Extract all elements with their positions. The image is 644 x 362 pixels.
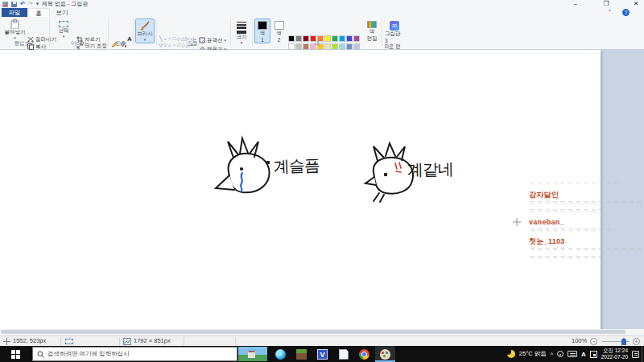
tab-home[interactable]: 홈 (27, 8, 50, 17)
chat-username: 첫눈_1103 (529, 237, 643, 246)
paste-button[interactable]: 붙여넣기 ▾ (3, 19, 27, 40)
paint-palette-icon (380, 349, 390, 360)
tools-group-label: 도구 (109, 40, 133, 47)
qat-dropdown-icon[interactable]: ▾ (36, 0, 39, 8)
color1-label: 색 (260, 30, 266, 37)
status-bar: 1552, 523px 1792 × 851px 100% − + (0, 335, 644, 346)
menu-tab-row: 파일 홈 보기 ⌃ ? (0, 8, 644, 17)
close-button[interactable]: ✕ (629, 0, 643, 8)
zoom-in-button[interactable]: + (633, 338, 640, 345)
clock-time: 오전 12:24 (603, 348, 628, 353)
doodle-dot (266, 161, 270, 164)
minecraft-icon (296, 349, 307, 360)
edit-colors-icon (367, 21, 377, 28)
drawing-canvas[interactable]: 계슬픔 계같네 (0, 50, 601, 329)
doodle-drawing: 계슬픔 계같네 (0, 50, 601, 329)
zoom-level: 100% (572, 336, 587, 346)
paint-window: ↶ ↷ ▾ 제목 없음 - 그림판 – ❐ ✕ 파일 홈 보기 ⌃ ? 붙여넣기… (0, 0, 644, 362)
ime-pad-icon[interactable] (590, 351, 597, 358)
status-divider (235, 337, 236, 346)
paint3d-button[interactable]: 3D 그림판 3 D로 편집 (384, 19, 405, 43)
taskbar-icon-chrome[interactable] (354, 346, 374, 362)
ribbon-collapse-icon[interactable]: ⌃ (607, 9, 612, 15)
brushes-caret-icon: ▾ (144, 38, 147, 41)
edit-colors-label1: 색 (369, 28, 375, 35)
group-divider (230, 19, 231, 46)
chat-username: 감자달인 (529, 190, 643, 200)
brush-icon (139, 20, 151, 31)
image-group-label: 이미지 (50, 40, 108, 47)
cursor-position-icon (3, 338, 10, 345)
chat-username: vaneban_ (529, 217, 643, 227)
windows-logo-icon (11, 350, 20, 359)
paint3d-icon: 3D (390, 21, 399, 31)
redo-icon[interactable]: ↷ (28, 0, 33, 8)
image-size: 1792 × 851px (134, 336, 171, 346)
tray-status-icon[interactable] (557, 351, 564, 357)
taskbar-icon-v-app[interactable]: V (312, 346, 332, 362)
system-tray: 25°C 맑음 ^ A 오전 12:24 2022-07-20 (507, 346, 639, 362)
taskbar-clock[interactable]: 오전 12:24 2022-07-20 (601, 348, 628, 360)
document-app-icon (339, 349, 349, 360)
color2-label: 색 (276, 30, 282, 37)
edge-icon (275, 349, 286, 360)
chat-laugh-line: ㅋㅋㅋㅋㅋㅋㅋㅋㅋㅋㅋㅋ (529, 180, 643, 188)
news-weather-widget[interactable] (238, 347, 267, 361)
paste-caret-icon: ▾ (14, 36, 16, 39)
tray-expand-icon[interactable]: ^ (551, 352, 553, 357)
zoom-out-button[interactable]: − (590, 338, 597, 345)
chat-overlay: ㅋㅋㅋㅋㅋㅋㅋㅋㅋㅋㅋㅋ감자달인ㅋㅋㅋㅋㅋㅋㅋㅋㅋㅋㅋㅋㅋㅋㅋㅋㅋㅋㅋㅋㅋㅋㅋㅋ… (529, 180, 643, 262)
chat-laugh-line: ㅋㅋㅋㅋㅋㅋㅋㅋㅋㅋㅋㅋㅋㅋㅋㅋㅋ (529, 200, 643, 208)
minimize-button[interactable]: – (568, 0, 583, 8)
scrollbar-thumb[interactable] (1, 330, 625, 334)
action-center-icon[interactable] (632, 351, 639, 358)
moon-weather-icon (507, 350, 515, 358)
ime-language-indicator[interactable]: A (581, 351, 586, 358)
v-app-icon: V (317, 349, 328, 360)
group-divider (252, 19, 253, 46)
chat-laugh-line: ㅋㅋㅋㅋㅋㅋㅋㅋㅋㅋ (529, 208, 643, 216)
quick-access-toolbar: ↶ ↷ ▾ (2, 0, 39, 8)
weather-text[interactable]: 25°C 맑음 (519, 350, 547, 358)
taskbar-icon-document-app[interactable] (333, 346, 353, 362)
color2-swatch (275, 21, 284, 30)
brushes-button[interactable]: 브러시 ▾ (135, 19, 155, 43)
cursor-position: 1552, 523px (13, 336, 46, 346)
size-caret-icon: ▾ (241, 41, 243, 44)
zoom-slider-thumb[interactable] (621, 338, 626, 345)
size-icon (237, 22, 246, 34)
colors-group-label: 색 (254, 40, 380, 47)
ribbon: 붙여넣기 ▾ 잘라내기 복사 클립보드 선택 ▾ 자르기 크기 조정 (0, 17, 644, 50)
shapes-group-label: 도형 (156, 40, 229, 47)
status-divider (119, 337, 120, 346)
keyboard-ime-icon[interactable] (568, 351, 577, 357)
restore-button[interactable]: ❐ (599, 0, 613, 8)
help-icon[interactable]: ? (622, 9, 630, 16)
chat-laugh-line: ㅋㅋㅋㅋㅋㅋㅋㅋㅋㅋ (529, 254, 643, 262)
tab-file[interactable]: 파일 (2, 8, 27, 17)
status-divider (60, 337, 61, 346)
chat-laugh-line: ㅋㅋㅋㅋㅋㅋㅋㅋㅋㅋㅋㅋㅋㅋㅋㅋㅋ (529, 246, 643, 254)
save-icon[interactable] (11, 2, 17, 7)
paint-app-icon (2, 2, 8, 7)
chat-laugh-line: ㅋㅋㅋㅋㅋㅋㅋㅋㅋㅋㅋ (529, 227, 643, 235)
taskbar-search[interactable]: 검색하려면 여기에 입력하십시 (32, 347, 237, 361)
work-area: 계슬픔 계같네 (0, 50, 644, 335)
search-icon (37, 351, 44, 358)
horizontal-scrollbar (0, 329, 644, 335)
size-button[interactable]: 크기 ▾ (233, 19, 250, 43)
undo-icon[interactable]: ↶ (20, 0, 25, 8)
tab-view[interactable]: 보기 (50, 8, 74, 17)
select-button[interactable]: 선택 ▾ (53, 19, 74, 40)
taskbar-icon-edge[interactable] (270, 346, 291, 362)
taskbar: 검색하려면 여기에 입력하십시 V 25°C 맑음 ^ A 오전 12:24 2… (0, 346, 644, 362)
taskbar-icon-paint-active[interactable] (375, 346, 395, 362)
group-divider (133, 19, 134, 46)
clipboard-icon (10, 19, 19, 29)
taskbar-icon-minecraft[interactable] (291, 346, 312, 362)
color1-swatch (258, 21, 267, 30)
start-button[interactable] (0, 346, 31, 362)
paint3d-label1: 그림판 3 (385, 31, 404, 43)
title-bar: ↶ ↷ ▾ 제목 없음 - 그림판 – ❐ ✕ (0, 0, 644, 8)
select-caret-icon: ▾ (63, 35, 65, 38)
